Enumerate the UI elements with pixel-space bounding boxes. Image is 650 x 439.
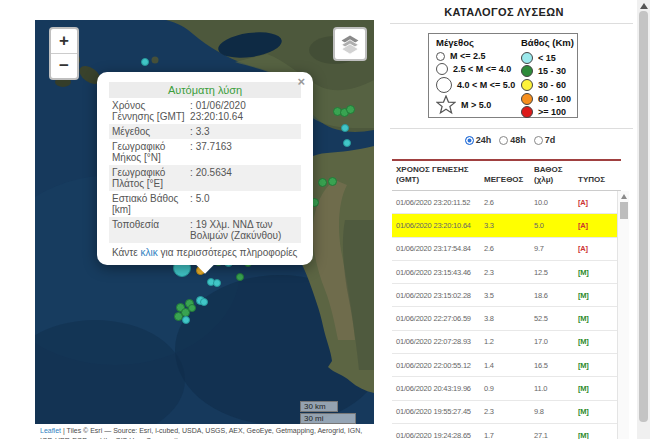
earthquake-marker[interactable] bbox=[236, 273, 244, 281]
star-icon bbox=[436, 95, 456, 115]
table-row[interactable]: 01/06/2020 19:24:28.651.727.1[M] bbox=[392, 424, 617, 439]
cell-type: [M] bbox=[578, 407, 615, 416]
legend-label: >= 100 bbox=[538, 107, 566, 117]
popup-row: Χρόνος Γέννησης [GMT]: 01/06/2020 23:20:… bbox=[109, 98, 301, 124]
depth-color-icon bbox=[521, 93, 533, 105]
time-filter-group: 24h48h7d bbox=[390, 135, 630, 145]
table-row[interactable]: 01/06/2020 23:20:10.643.35.0[A] bbox=[392, 214, 617, 237]
table-row[interactable]: 01/06/2020 23:20:11.522.610.0[A] bbox=[392, 191, 617, 214]
cell-type: [A] bbox=[578, 244, 615, 253]
leaflet-link[interactable]: Leaflet bbox=[40, 427, 61, 434]
map-attribution: Leaflet | Tiles © Esri — Source: Esri, i… bbox=[40, 426, 385, 439]
legend-magnitude-item: 2.5 < M <= 4.0 bbox=[436, 63, 515, 75]
table-row[interactable]: 01/06/2020 22:07:28.931.217.0[M] bbox=[392, 331, 617, 354]
table-row[interactable]: 01/06/2020 20:43:19.960.911.0[M] bbox=[392, 377, 617, 400]
cell-type: [M] bbox=[578, 384, 615, 393]
cell-depth: 18.6 bbox=[534, 291, 578, 300]
scrollbar-thumb[interactable] bbox=[639, 11, 648, 422]
cell-depth: 9.8 bbox=[534, 407, 578, 416]
table-row[interactable]: 01/06/2020 23:15:43.462.312.5[M] bbox=[392, 261, 617, 284]
zoom-out-button[interactable]: − bbox=[51, 53, 77, 78]
divider bbox=[390, 128, 633, 129]
scroll-up-icon[interactable] bbox=[621, 194, 627, 199]
scroll-up-icon[interactable] bbox=[640, 3, 648, 9]
legend-label: 30 - 60 bbox=[538, 80, 566, 90]
radio-icon[interactable] bbox=[465, 136, 474, 145]
depth-color-icon bbox=[521, 79, 533, 91]
earthquake-marker[interactable] bbox=[141, 58, 149, 66]
cell-time: 01/06/2020 23:17:54.84 bbox=[396, 244, 484, 253]
legend-label: 60 - 100 bbox=[538, 94, 571, 104]
time-filter-label: 7d bbox=[545, 135, 556, 145]
time-filter-7d[interactable]: 7d bbox=[534, 135, 556, 145]
earthquake-marker[interactable] bbox=[343, 139, 351, 147]
layers-control-button[interactable] bbox=[333, 27, 367, 61]
catalog-panel: ΚΑΤΑΛΟΓΟΣ ΛΥΣΕΩΝ Μέγεθος M <= 2.52.5 < M… bbox=[388, 0, 637, 439]
table-row[interactable]: 01/06/2020 23:15:02.283.518.6[M] bbox=[392, 284, 617, 307]
cell-depth: 52.5 bbox=[534, 314, 578, 323]
popup-footer-text2: για περισσότερες πληροφορίες bbox=[158, 247, 298, 258]
earthquake-marker[interactable] bbox=[200, 298, 208, 306]
attribution-text: | Tiles © Esri — Source: Esri, i-cubed, … bbox=[63, 427, 362, 434]
popup-row-value: : 5.0 bbox=[190, 193, 298, 215]
magnitude-circle-icon bbox=[436, 63, 448, 75]
scrollbar-thumb[interactable] bbox=[620, 202, 628, 219]
legend-box: Μέγεθος M <= 2.52.5 < M <= 4.04.0 < M <=… bbox=[428, 33, 578, 118]
popup-title: Αυτόματη λύση bbox=[109, 82, 301, 98]
table-row[interactable]: 01/06/2020 19:55:27.452.39.8[M] bbox=[392, 401, 617, 424]
cell-time: 01/06/2020 23:15:02.28 bbox=[396, 291, 484, 300]
popup-footer-text: Κάντε bbox=[112, 247, 141, 258]
cell-magnitude: 1.4 bbox=[484, 361, 534, 370]
legend-label: M <= 2.5 bbox=[450, 51, 486, 61]
cell-time: 01/06/2020 19:55:27.45 bbox=[396, 407, 484, 416]
divider bbox=[390, 23, 633, 24]
earthquake-marker[interactable] bbox=[188, 304, 196, 312]
time-filter-24h[interactable]: 24h bbox=[465, 135, 492, 145]
popup-row-value: : 19 Χλμ. ΝΝΔ των Βολιμών (Ζακύνθου) bbox=[190, 219, 298, 241]
earthquake-marker[interactable] bbox=[213, 279, 221, 287]
earthquake-marker[interactable] bbox=[182, 316, 190, 324]
time-filter-48h[interactable]: 48h bbox=[499, 135, 526, 145]
table-row[interactable]: 01/06/2020 22:00:55.121.416.5[M] bbox=[392, 354, 617, 377]
cell-type: [M] bbox=[578, 314, 615, 323]
table-row[interactable]: 01/06/2020 22:27:06.593.852.5[M] bbox=[392, 307, 617, 330]
cell-type: [A] bbox=[578, 221, 615, 230]
zoom-in-button[interactable]: + bbox=[51, 29, 77, 53]
popup-row: Γεωγραφικό Μήκος [°N]: 37.7163 bbox=[109, 139, 301, 165]
earthquake-marker[interactable] bbox=[328, 177, 337, 186]
more-info-link[interactable]: κλικ bbox=[141, 247, 158, 258]
map-zoom-control: + − bbox=[49, 27, 79, 80]
map-scale-control: 30 km 30 mi bbox=[300, 401, 356, 424]
popup-row: Εστιακό Βάθος [km]: 5.0 bbox=[109, 191, 301, 217]
table-top-divider bbox=[392, 159, 621, 161]
cell-magnitude: 2.3 bbox=[484, 407, 534, 416]
table-row[interactable]: 01/06/2020 23:17:54.842.69.7[A] bbox=[392, 238, 617, 261]
cell-time: 01/06/2020 20:43:19.96 bbox=[396, 384, 484, 393]
cell-type: [M] bbox=[578, 291, 615, 300]
legend-label: 4.0 < M <= 5.0 bbox=[457, 80, 515, 90]
earthquake-marker[interactable] bbox=[341, 124, 349, 132]
earthquake-popup: × Αυτόματη λύση Χρόνος Γέννησης [GMT]: 0… bbox=[97, 72, 313, 265]
table-scrollbar[interactable] bbox=[617, 191, 629, 439]
popup-row-value: : 01/06/2020 23:20:10.64 bbox=[190, 100, 298, 122]
popup-row-value: : 37.7163 bbox=[190, 141, 298, 163]
browser-scrollbar[interactable] bbox=[637, 0, 650, 439]
popup-close-button[interactable]: × bbox=[297, 75, 305, 88]
cell-magnitude: 1.2 bbox=[484, 337, 534, 346]
cell-time: 01/06/2020 23:20:10.64 bbox=[396, 221, 484, 230]
legend-magnitude-items: M <= 2.52.5 < M <= 4.04.0 < M <= 5.0M > … bbox=[436, 51, 515, 115]
cell-magnitude: 2.3 bbox=[484, 268, 534, 277]
earthquake-marker[interactable] bbox=[318, 178, 327, 187]
cell-depth: 11.0 bbox=[534, 384, 578, 393]
cell-depth: 16.5 bbox=[534, 361, 578, 370]
radio-icon[interactable] bbox=[499, 136, 508, 145]
header-line: ΤΥΠΟΣ bbox=[578, 175, 615, 185]
cell-time: 01/06/2020 22:00:55.12 bbox=[396, 361, 484, 370]
radio-icon[interactable] bbox=[534, 136, 543, 145]
table-header-cell: ΜΕΓΕΘΟΣ bbox=[484, 175, 534, 185]
cell-time: 01/06/2020 22:07:28.93 bbox=[396, 337, 484, 346]
attribution-text-2: IGP, UPR-EGP, and the GIS User Community bbox=[40, 436, 385, 439]
earthquake-marker[interactable] bbox=[346, 105, 355, 114]
legend-depth-item: >= 100 bbox=[521, 105, 574, 119]
leaflet-map[interactable]: + − 30 km 30 mi × Αυτόματη λύση Χρόνος Γ… bbox=[35, 20, 374, 424]
